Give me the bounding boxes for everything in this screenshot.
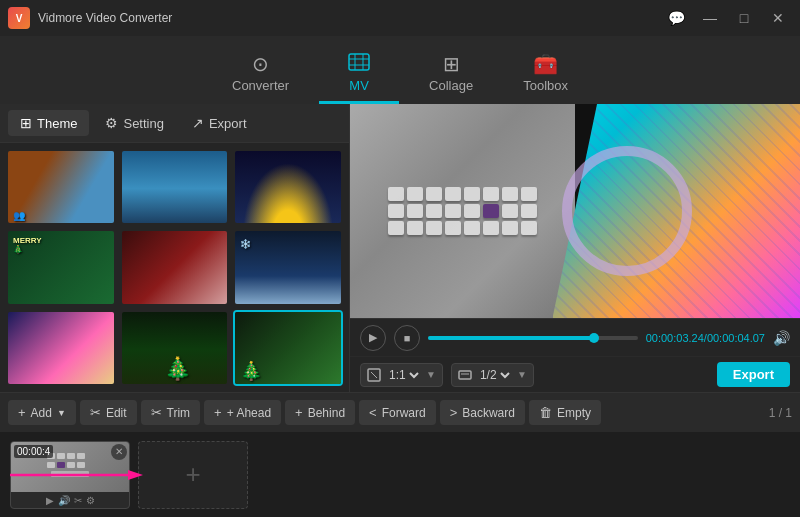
tab-converter[interactable]: ⊙ Converter — [212, 46, 309, 104]
svg-rect-10 — [57, 453, 65, 459]
edit-button[interactable]: ✂ Edit — [80, 400, 137, 425]
theme-item-happy[interactable]: 👥 Happy — [6, 149, 116, 225]
svg-line-6 — [371, 372, 377, 378]
theme-item-xmas-eve[interactable]: Christmas Eve — [233, 149, 343, 225]
clip-duration: 00:00:4 — [14, 445, 53, 458]
panel-tabs: ⊞ Theme ⚙ Setting ↗ Export — [0, 104, 349, 143]
zoom-dropdown-1[interactable]: 1:1 1:2 1:4 — [385, 367, 422, 383]
left-panel: ⊞ Theme ⚙ Setting ↗ Export 👥 Happy — [0, 104, 350, 392]
titlebar-left: V Vidmore Video Converter — [8, 7, 172, 29]
app-logo: V — [8, 7, 30, 29]
theme-item-tree[interactable]: 🎄 Christmas Tree — [120, 310, 230, 386]
forward-button[interactable]: < Forward — [359, 400, 436, 425]
clip-vol-icon[interactable]: 🔊 — [58, 495, 70, 506]
clip-play-icon[interactable]: ▶ — [46, 495, 54, 506]
stop-button[interactable]: ■ — [394, 325, 420, 351]
player-controls: ▶ ■ 00:00:03.24/00:00:04.07 🔊 — [350, 318, 800, 356]
empty-icon: 🗑 — [539, 405, 552, 420]
svg-rect-0 — [349, 54, 369, 70]
svg-rect-17 — [51, 471, 89, 477]
clip-remove-button[interactable]: ✕ — [111, 444, 127, 460]
toolbar: + Add ▼ ✂ Edit ✂ Trim + + Ahead + Behind… — [0, 392, 800, 432]
timeline-scroll: 00:00:4 ✕ ▶ 🔊 ✂ ⚙ + — [10, 441, 790, 509]
svg-rect-15 — [67, 462, 75, 468]
zoom-select-2[interactable]: 1/2 1/4 ▼ — [451, 363, 534, 387]
maximize-button[interactable]: □ — [730, 8, 758, 28]
main-content: ⊞ Theme ⚙ Setting ↗ Export 👥 Happy — [0, 104, 800, 392]
theme-item-beautiful[interactable]: 🎄 Beautiful Christmas — [233, 310, 343, 386]
empty-button[interactable]: 🗑 Empty — [529, 400, 601, 425]
zoom-left: 1:1 1:2 1:4 ▼ 1/2 1/4 ▼ — [360, 363, 534, 387]
tab-toolbox[interactable]: 🧰 Toolbox — [503, 46, 588, 104]
app-title: Vidmore Video Converter — [38, 11, 172, 25]
svg-rect-14 — [57, 462, 65, 468]
keyboard-keys — [378, 177, 547, 245]
add-button[interactable]: + Add ▼ — [8, 400, 76, 425]
tab-collage[interactable]: ⊞ Collage — [409, 46, 493, 104]
add-dropdown-icon: ▼ — [57, 408, 66, 418]
export-button[interactable]: Export — [717, 362, 790, 387]
panel-tab-export[interactable]: ↗ Export — [180, 110, 259, 136]
play-button[interactable]: ▶ — [360, 325, 386, 351]
toolbox-icon: 🧰 — [533, 54, 558, 74]
behind-button[interactable]: + Behind — [285, 400, 355, 425]
zoom-dropdown-2[interactable]: 1/2 1/4 — [476, 367, 513, 383]
svg-rect-16 — [77, 462, 85, 468]
timeline-clip-1[interactable]: 00:00:4 ✕ ▶ 🔊 ✂ ⚙ — [10, 441, 130, 509]
clip-cut-icon[interactable]: ✂ — [74, 495, 82, 506]
minimize-button[interactable]: — — [696, 8, 724, 28]
progress-thumb — [589, 333, 599, 343]
add-clip-plus-icon: + — [185, 459, 200, 490]
volume-button[interactable]: 🔊 — [773, 330, 790, 346]
preview-canvas — [350, 104, 800, 318]
preview-area — [350, 104, 800, 318]
mv-icon — [348, 53, 370, 74]
theme-item-santa[interactable]: Santa Claus — [120, 229, 230, 305]
tab-mv[interactable]: MV — [319, 45, 399, 104]
backward-button[interactable]: > Backward — [440, 400, 525, 425]
preview-keyboard-bg — [350, 104, 575, 318]
time-display: 00:00:03.24/00:00:04.07 — [646, 332, 765, 344]
edit-icon: ✂ — [90, 405, 101, 420]
svg-rect-11 — [67, 453, 75, 459]
svg-rect-13 — [47, 462, 55, 468]
right-panel: ▶ ■ 00:00:03.24/00:00:04.07 🔊 1:1 1:2 — [350, 104, 800, 392]
progress-fill — [428, 336, 594, 340]
clip-settings-icon[interactable]: ⚙ — [86, 495, 95, 506]
close-button[interactable]: ✕ — [764, 8, 792, 28]
theme-item-simple[interactable]: Simple — [120, 149, 230, 225]
zoom-select-1[interactable]: 1:1 1:2 1:4 ▼ — [360, 363, 443, 387]
page-indicator: 1 / 1 — [769, 406, 792, 420]
panel-tab-theme[interactable]: ⊞ Theme — [8, 110, 89, 136]
titlebar-controls: 💬 — □ ✕ — [662, 8, 792, 28]
progress-bar[interactable] — [428, 336, 638, 340]
zoom-chevron-icon: ▼ — [426, 369, 436, 380]
collage-icon: ⊞ — [443, 54, 460, 74]
ahead-icon: + — [214, 405, 222, 420]
setting-icon: ⚙ — [105, 115, 118, 131]
behind-icon: + — [295, 405, 303, 420]
ahead-button[interactable]: + + Ahead — [204, 400, 281, 425]
fit-chevron-icon: ▼ — [517, 369, 527, 380]
panel-tab-setting[interactable]: ⚙ Setting — [93, 110, 175, 136]
nav-tabs: ⊙ Converter MV ⊞ Collage 🧰 Toolbox — [0, 36, 800, 104]
trim-button[interactable]: ✂ Trim — [141, 400, 201, 425]
add-icon: + — [18, 405, 26, 420]
theme-item-snowy[interactable]: ❄️ Snowy Night — [233, 229, 343, 305]
svg-rect-7 — [459, 371, 471, 379]
theme-icon: ⊞ — [20, 115, 32, 131]
zoom-icon — [367, 368, 381, 382]
message-button[interactable]: 💬 — [662, 8, 690, 28]
theme-item-stripes[interactable]: Stripes & Waves — [6, 310, 116, 386]
timeline-area: 00:00:4 ✕ ▶ 🔊 ✂ ⚙ + — [0, 432, 800, 517]
add-clip-area: + — [138, 441, 248, 509]
converter-icon: ⊙ — [252, 54, 269, 74]
fit-icon — [458, 368, 472, 382]
add-clip-button[interactable]: + — [138, 441, 248, 509]
theme-grid: 👥 Happy Simple Christmas Eve MERRY 🎄 Mer… — [0, 143, 349, 392]
export-icon: ↗ — [192, 115, 204, 131]
theme-item-merry[interactable]: MERRY 🎄 Merry Christmas — [6, 229, 116, 305]
preview-color-overlay — [553, 104, 801, 318]
trim-icon: ✂ — [151, 405, 162, 420]
zoom-controls: 1:1 1:2 1:4 ▼ 1/2 1/4 ▼ Export — [350, 356, 800, 392]
